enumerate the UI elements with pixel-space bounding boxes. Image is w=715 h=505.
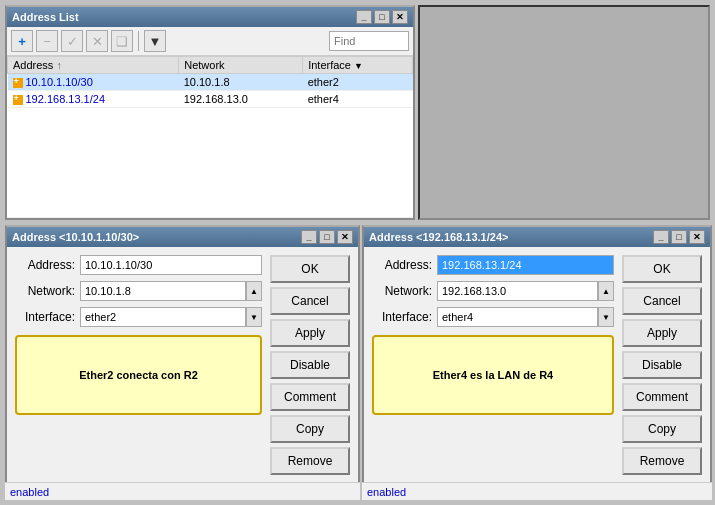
address-list-titlebar: Address List _ □ ✕ xyxy=(7,7,413,27)
detail-right-window: Address <192.168.13.1/24> _ □ ✕ Address:… xyxy=(362,225,712,500)
minimize-btn-left[interactable]: _ xyxy=(301,230,317,244)
delete-btn[interactable]: ✕ xyxy=(86,30,108,52)
table-row[interactable]: 192.168.13.1/24 192.168.13.0 ether4 xyxy=(8,91,413,108)
detail-right-controls: _ □ ✕ xyxy=(653,230,705,244)
detail-left-window: Address <10.10.1.10/30> _ □ ✕ Address: N… xyxy=(5,225,360,500)
network-field-row-right: Network: ▲ xyxy=(372,281,614,301)
copy-btn-right[interactable]: Copy xyxy=(622,415,702,443)
addr-icon xyxy=(13,95,23,105)
col-address[interactable]: Address ↑ xyxy=(8,57,179,74)
minimize-btn-right[interactable]: _ xyxy=(653,230,669,244)
maximize-btn[interactable]: □ xyxy=(374,10,390,24)
address-list-window: Address List _ □ ✕ + − ✓ ✕ ❑ ▼ Address ↑… xyxy=(5,5,415,220)
interface-arrow-btn-left[interactable]: ▼ xyxy=(246,307,262,327)
maximize-btn-right[interactable]: □ xyxy=(671,230,687,244)
detail-left-buttons: OK Cancel Apply Disable Comment Copy Rem… xyxy=(270,255,350,490)
interface-label: Interface: xyxy=(15,310,80,324)
comment-text-right: Ether4 es la LAN de R4 xyxy=(433,369,553,381)
address-field-row-right: Address: xyxy=(372,255,614,275)
cancel-btn-left[interactable]: Cancel xyxy=(270,287,350,315)
close-btn-left[interactable]: ✕ xyxy=(337,230,353,244)
interface-field-with-btn-right: ▼ xyxy=(437,307,614,327)
maximize-btn-left[interactable]: □ xyxy=(319,230,335,244)
network-label: Network: xyxy=(15,284,80,298)
comment-box-right: Ether4 es la LAN de R4 xyxy=(372,335,614,415)
apply-btn-left[interactable]: Apply xyxy=(270,319,350,347)
network-field-with-btn-right: ▲ xyxy=(437,281,614,301)
address-field-row: Address: xyxy=(15,255,262,275)
ok-btn-left[interactable]: OK xyxy=(270,255,350,283)
address-label-right: Address: xyxy=(372,258,437,272)
interface-field-row: Interface: ▼ xyxy=(15,307,262,327)
gray-area xyxy=(418,5,710,220)
interface-input-left[interactable] xyxy=(80,307,246,327)
remove-btn[interactable]: − xyxy=(36,30,58,52)
status-bar-left: enabled xyxy=(5,482,360,500)
col-interface[interactable]: Interface ▼ xyxy=(303,57,413,74)
comment-box-left: Ether2 conecta con R2 xyxy=(15,335,262,415)
find-input[interactable] xyxy=(329,31,409,51)
network-field-with-btn: ▲ xyxy=(80,281,262,301)
detail-right-content: Address: Network: ▲ Interface: ▼ Ether4 … xyxy=(364,247,710,498)
row-address: 192.168.13.1/24 xyxy=(8,91,179,108)
address-list-toolbar: + − ✓ ✕ ❑ ▼ xyxy=(7,27,413,56)
edit-btn[interactable]: ✓ xyxy=(61,30,83,52)
detail-right-title: Address <192.168.13.1/24> xyxy=(369,231,508,243)
status-bar-right: enabled xyxy=(362,482,712,500)
interface-input-right[interactable] xyxy=(437,307,598,327)
detail-left-content: Address: Network: ▲ Interface: ▼ Ether2 … xyxy=(7,247,358,498)
ok-btn-right[interactable]: OK xyxy=(622,255,702,283)
interface-label-right: Interface: xyxy=(372,310,437,324)
address-input-left[interactable] xyxy=(80,255,262,275)
disable-btn-right[interactable]: Disable xyxy=(622,351,702,379)
status-text-right: enabled xyxy=(367,486,406,498)
addr-icon xyxy=(13,78,23,88)
network-arrow-btn-left[interactable]: ▲ xyxy=(246,281,262,301)
remove-btn-left[interactable]: Remove xyxy=(270,447,350,475)
detail-left-fields: Address: Network: ▲ Interface: ▼ Ether2 … xyxy=(15,255,262,490)
table-row[interactable]: 10.10.1.10/30 10.10.1.8 ether2 xyxy=(8,74,413,91)
row-network: 10.10.1.8 xyxy=(179,74,303,91)
comment-text-left: Ether2 conecta con R2 xyxy=(79,369,198,381)
address-input-right[interactable] xyxy=(437,255,614,275)
close-btn-right[interactable]: ✕ xyxy=(689,230,705,244)
comment-btn-right[interactable]: Comment xyxy=(622,383,702,411)
col-network[interactable]: Network xyxy=(179,57,303,74)
comment-btn-left[interactable]: Comment xyxy=(270,383,350,411)
address-table-container: Address ↑ Network Interface ▼ 10.10.1.10… xyxy=(7,56,413,217)
add-btn[interactable]: + xyxy=(11,30,33,52)
detail-right-buttons: OK Cancel Apply Disable Comment Copy Rem… xyxy=(622,255,702,490)
network-label-right: Network: xyxy=(372,284,437,298)
interface-field-with-btn: ▼ xyxy=(80,307,262,327)
interface-arrow-btn-right[interactable]: ▼ xyxy=(598,307,614,327)
detail-right-titlebar: Address <192.168.13.1/24> _ □ ✕ xyxy=(364,227,710,247)
close-btn[interactable]: ✕ xyxy=(392,10,408,24)
row-interface: ether2 xyxy=(303,74,413,91)
address-label: Address: xyxy=(15,258,80,272)
network-input-left[interactable] xyxy=(80,281,246,301)
remove-btn-right[interactable]: Remove xyxy=(622,447,702,475)
toolbar-separator xyxy=(138,31,139,51)
detail-left-title: Address <10.10.1.10/30> xyxy=(12,231,139,243)
detail-right-fields: Address: Network: ▲ Interface: ▼ Ether4 … xyxy=(372,255,614,490)
detail-left-controls: _ □ ✕ xyxy=(301,230,353,244)
row-network: 192.168.13.0 xyxy=(179,91,303,108)
copy-btn-left[interactable]: Copy xyxy=(270,415,350,443)
apply-btn-right[interactable]: Apply xyxy=(622,319,702,347)
row-address: 10.10.1.10/30 xyxy=(8,74,179,91)
interface-field-row-right: Interface: ▼ xyxy=(372,307,614,327)
network-field-row: Network: ▲ xyxy=(15,281,262,301)
address-table: Address ↑ Network Interface ▼ 10.10.1.10… xyxy=(7,56,413,108)
filter-btn[interactable]: ▼ xyxy=(144,30,166,52)
network-arrow-btn-right[interactable]: ▲ xyxy=(598,281,614,301)
status-text-left: enabled xyxy=(10,486,49,498)
cancel-btn-right[interactable]: Cancel xyxy=(622,287,702,315)
address-list-title: Address List xyxy=(12,11,79,23)
row-interface: ether4 xyxy=(303,91,413,108)
minimize-btn[interactable]: _ xyxy=(356,10,372,24)
network-input-right[interactable] xyxy=(437,281,598,301)
detail-left-titlebar: Address <10.10.1.10/30> _ □ ✕ xyxy=(7,227,358,247)
copy-btn[interactable]: ❑ xyxy=(111,30,133,52)
disable-btn-left[interactable]: Disable xyxy=(270,351,350,379)
window-controls: _ □ ✕ xyxy=(356,10,408,24)
